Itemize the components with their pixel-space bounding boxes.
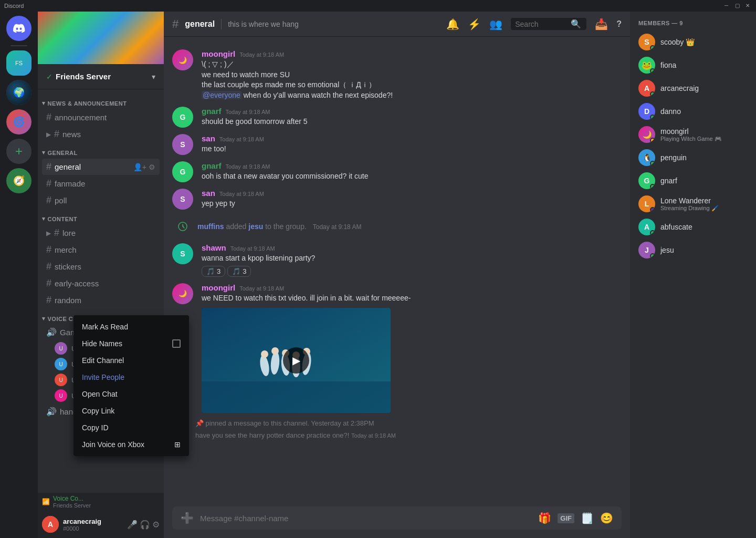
member-name: moongirl [660, 127, 748, 136]
category-general[interactable]: ▾ GENERAL [38, 143, 164, 158]
play-button[interactable]: ▶ [283, 347, 309, 374]
channel-fanmade[interactable]: # fanmade [42, 175, 160, 192]
video-embed[interactable]: ▶ [202, 308, 391, 413]
channel-early-access[interactable]: # early-access [42, 275, 160, 292]
voice-icon: 🔊 [46, 407, 57, 417]
voice-user-avatar: U [55, 342, 67, 355]
sticker-button[interactable]: 🗒️ [581, 512, 594, 524]
message-author: moongirl [202, 283, 235, 292]
context-copy-id[interactable]: Copy ID [77, 419, 186, 436]
reaction-2[interactable]: 🎵 3 [227, 266, 251, 277]
voice-bar-icon: 📶 [42, 498, 50, 505]
member-moongirl[interactable]: 🌙 moongirl Playing Witch Game 🎮 [634, 123, 752, 146]
headphone-button[interactable]: 🎧 [140, 520, 150, 530]
member-gnarf[interactable]: G gnarf [634, 169, 752, 192]
member-avatar: 🐧 [638, 149, 655, 166]
member-abfuscate[interactable]: A abfuscate [634, 215, 752, 239]
member-arcanecraig[interactable]: A arcanecraig [634, 77, 752, 100]
channel-poll[interactable]: # poll [42, 192, 160, 209]
context-edit-channel[interactable]: Edit Channel [77, 352, 186, 369]
member-penguin[interactable]: 🐧 penguin [634, 146, 752, 169]
message-group: G gnarf Today at 9:18 AM ooh is that a n… [164, 159, 630, 184]
channel-random[interactable]: # random [42, 292, 160, 308]
discord-home-button[interactable] [6, 16, 32, 41]
notifications-button[interactable]: 🔔 [446, 18, 459, 30]
window-controls: ─ ▢ ✕ [724, 3, 752, 9]
message-author: san [202, 189, 215, 198]
server-header[interactable]: ✓ Friends Server ▾ [38, 64, 164, 89]
member-status: Playing Witch Game 🎮 [660, 136, 748, 142]
message-timestamp: Today at 9:18 AM [230, 245, 275, 252]
channel-stickers[interactable]: # stickers [42, 258, 160, 275]
server-banner [38, 12, 164, 64]
mention: @everyone [202, 91, 242, 99]
add-attachment-button[interactable]: ➕ [181, 512, 194, 524]
member-jesu[interactable]: J jesu [634, 239, 752, 262]
message-input[interactable] [200, 514, 532, 523]
app-body: FS 🌍 🌀 + 🧭 ✓ Friends Server ▾ ▾ NEWS & A… [0, 12, 756, 538]
channel-general[interactable]: # general 👤+ ⚙ [42, 159, 160, 175]
member-lone-wanderer[interactable]: L Lone Wanderer Streaming Drawing 🖌️ [634, 192, 752, 215]
message-header: moongirl Today at 9:18 AM [202, 283, 622, 292]
member-info: jesu [660, 246, 748, 254]
collapsed-icon: ▶ [46, 131, 51, 138]
gif-button[interactable]: GIF [558, 513, 574, 523]
add-server-button[interactable]: + [6, 139, 32, 164]
member-scooby[interactable]: S scooby 👑 [634, 30, 752, 54]
gift-button[interactable]: 🎁 [538, 512, 551, 524]
boost-button[interactable]: ⚡ [468, 18, 481, 30]
server-icon-explore[interactable]: 🧭 [6, 168, 32, 193]
message-group: 🌙 moongirl Today at 9:18 AM \( ; ▽ ; )／ … [164, 47, 630, 102]
channel-lore[interactable]: ▶ # lore [42, 225, 160, 241]
message-timestamp: Today at 9:18 AM [219, 136, 264, 142]
server-name: Friends Server [56, 72, 111, 81]
system-message: muffins added jesu to the group. Today a… [164, 214, 630, 239]
category-content[interactable]: ▾ CONTENT [38, 209, 164, 224]
voice-connected-bar[interactable]: 📶 Voice Co... Friends Server [38, 493, 164, 511]
message-text: the last couple eps made me so emotional… [202, 80, 622, 90]
emoji-button[interactable]: 😊 [600, 512, 613, 524]
search-input[interactable] [515, 20, 568, 28]
add-member-icon[interactable]: 👤+ [133, 163, 146, 171]
search-bar[interactable]: 🔍 [511, 18, 586, 30]
user-discriminator: #0000 [63, 525, 123, 532]
maximize-btn[interactable]: ▢ [735, 3, 741, 9]
channel-news[interactable]: ▶ # news [42, 126, 160, 142]
hide-names-checkbox[interactable] [172, 339, 181, 348]
members-button[interactable]: 👥 [489, 18, 502, 30]
minimize-btn[interactable]: ─ [724, 3, 731, 9]
reaction-1[interactable]: 🎵 3 [202, 266, 225, 277]
menu-item-label: Open Chat [82, 390, 118, 398]
avatar: S [172, 189, 193, 210]
channel-announcement[interactable]: # announcement [42, 109, 160, 126]
header-actions: 🔔 ⚡ 👥 🔍 📥 ? [446, 18, 622, 30]
hash-icon: # [54, 129, 59, 140]
member-fiona[interactable]: 🐸 fiona [634, 54, 752, 77]
settings-icon[interactable]: ⚙ [149, 163, 155, 171]
category-news-announcement[interactable]: ▾ NEWS & ANNOUNCEMENT [38, 94, 164, 109]
mic-button[interactable]: 🎤 [127, 520, 138, 530]
server-icon-swirl[interactable]: 🌀 [6, 109, 32, 134]
menu-item-label: Copy Link [82, 407, 114, 415]
context-open-chat[interactable]: Open Chat [77, 386, 186, 402]
close-btn[interactable]: ✕ [746, 3, 752, 9]
member-name: arcanecraig [660, 84, 748, 92]
member-danno[interactable]: D danno [634, 100, 752, 123]
server-icon-friends[interactable]: FS [6, 50, 32, 76]
settings-button[interactable]: ⚙ [152, 520, 160, 530]
message-group: S shawn Today at 9:18 AM wanna start a k… [164, 241, 630, 279]
context-copy-link[interactable]: Copy Link [77, 402, 186, 419]
server-icon-planet[interactable]: 🌍 [6, 80, 32, 105]
member-name: jesu [660, 246, 748, 254]
inbox-button[interactable]: 📥 [595, 18, 608, 30]
member-name: scooby 👑 [660, 38, 748, 46]
channel-actions: 👤+ ⚙ [133, 163, 155, 171]
context-hide-names[interactable]: Hide Names [77, 335, 186, 352]
message-timestamp: Today at 9:18 AM [239, 51, 284, 58]
context-invite-people[interactable]: Invite People [77, 369, 186, 386]
context-mark-as-read[interactable]: Mark As Read [77, 318, 186, 335]
channel-merch[interactable]: # merch [42, 242, 160, 258]
help-button[interactable]: ? [616, 19, 622, 29]
context-join-voice-xbox[interactable]: Join Voice on Xbox ⊞ [77, 436, 186, 453]
message-header: gnarf Today at 9:18 AM [202, 107, 622, 116]
